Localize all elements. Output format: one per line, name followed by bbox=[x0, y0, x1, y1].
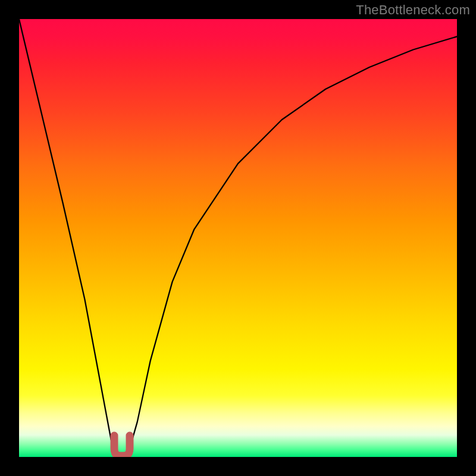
minimum-marker-icon bbox=[114, 436, 130, 456]
curve-path bbox=[19, 19, 457, 457]
watermark-text: TheBottleneck.com bbox=[356, 2, 470, 18]
bottleneck-curve bbox=[19, 19, 457, 457]
chart-frame: TheBottleneck.com bbox=[0, 0, 476, 476]
plot-area bbox=[19, 19, 457, 457]
